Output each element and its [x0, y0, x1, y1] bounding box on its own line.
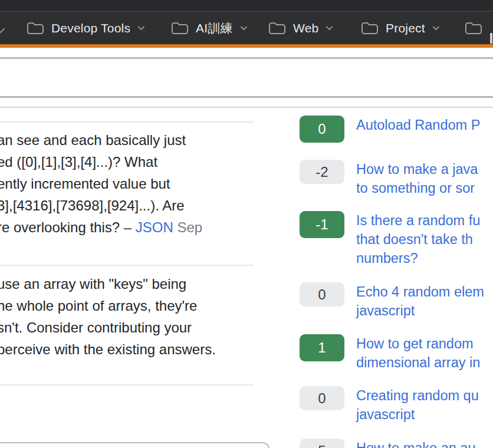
add-comment-textarea[interactable]	[0, 442, 270, 448]
comment-date: Sep	[177, 219, 202, 235]
vote-score-badge: 0	[300, 386, 344, 410]
chevron-down-icon	[0, 25, 5, 36]
bookmark-folder-label: Project	[386, 21, 425, 35]
comment-text-line: perceive with the existing answers.	[0, 338, 259, 360]
vote-score-badge: 1	[300, 334, 344, 361]
related-question-row: -2 How to make a java to something or so…	[300, 160, 478, 197]
related-question-link[interactable]: Creating random qu javascript	[356, 386, 479, 424]
comment-text: re overlooking this? –	[0, 219, 136, 235]
bookmark-label-sliver	[490, 33, 492, 44]
chevron-down-icon	[240, 26, 248, 31]
browser-window: Develop Tools AI訓練 Web	[0, 0, 493, 448]
folder-icon	[27, 21, 44, 35]
section-divider	[0, 107, 493, 108]
vote-score-badge: -2	[300, 160, 344, 184]
folder-icon	[465, 21, 482, 35]
folder-icon	[171, 21, 189, 35]
section-divider	[0, 57, 493, 59]
comment-text-line: re overlooking this? – JSON Sep	[0, 216, 259, 238]
vote-score-badge: -1	[300, 211, 344, 238]
comment-separator	[0, 265, 254, 266]
comment-text-line: an see and each basically just	[0, 129, 259, 151]
chevron-down-icon	[137, 26, 145, 31]
vote-score-badge: 0	[300, 116, 344, 143]
comment: use an array with "keys" being he whole …	[0, 273, 259, 360]
comment: an see and each basically just ed ([0],[…	[0, 129, 259, 238]
related-question-link[interactable]: How to get random dimensional array in	[356, 334, 480, 372]
folder-icon	[268, 21, 286, 35]
bookmark-folder-ai-training[interactable]: AI訓練	[171, 12, 248, 44]
related-question-row: 0 Creating random qu javascript	[300, 386, 479, 424]
comment-text-line: ently incremented value but	[0, 173, 259, 195]
related-question-link[interactable]: Autoload Random P	[356, 116, 480, 134]
folder-icon	[361, 21, 379, 35]
bookmarks-bar: Develop Tools AI訓練 Web	[0, 12, 493, 44]
related-question-row: 0 Autoload Random P	[300, 116, 480, 143]
bookmark-folder-web[interactable]: Web	[268, 12, 333, 44]
comment-author-link[interactable]: JSON	[136, 219, 173, 235]
bookmark-folder-project[interactable]: Project	[361, 12, 440, 44]
page-accent-bar	[0, 44, 493, 48]
bookmark-folder-label: Develop Tools	[51, 21, 130, 35]
bookmark-folder-label: AI訓練	[196, 20, 233, 37]
comment-separator	[0, 384, 254, 386]
comment-separator	[0, 121, 254, 123]
related-question-link[interactable]: Echo 4 random elem javascript	[356, 282, 484, 320]
comment-text-line: ed ([0],[1],[3],[4]...)? What	[0, 151, 259, 173]
related-question-link[interactable]: How to make an au	[356, 439, 475, 448]
related-question-link[interactable]: Is there a random fu that doesn't take t…	[356, 211, 480, 268]
related-question-row: 1 How to get random dimensional array in	[300, 334, 480, 372]
section-divider	[0, 96, 493, 98]
comment-text-line: use an array with "keys" being	[0, 273, 259, 295]
vote-score-badge: 0	[300, 282, 344, 307]
chevron-down-icon	[326, 26, 333, 31]
comment-text-line: sn't. Consider contributing your	[0, 317, 259, 338]
vote-score-badge: 5	[300, 439, 344, 448]
chevron-down-icon	[432, 26, 440, 31]
related-question-row: -1 Is there a random fu that doesn't tak…	[300, 211, 480, 268]
related-question-row: 0 Echo 4 random elem javascript	[300, 282, 484, 320]
comment-text-line: he whole point of arrays, they're	[0, 295, 259, 317]
bookmark-folder-label: Web	[293, 21, 318, 35]
comment-text-line: 3],[4316],[73698],[924]...). Are	[0, 195, 259, 216]
bookmark-folder-develop-tools[interactable]: Develop Tools	[27, 12, 145, 44]
bookmark-folder-partial[interactable]	[465, 12, 482, 44]
related-question-link[interactable]: How to make a java to something or sor	[356, 160, 478, 197]
tab-strip	[0, 0, 493, 11]
related-question-row: 5 How to make an au	[300, 439, 475, 448]
